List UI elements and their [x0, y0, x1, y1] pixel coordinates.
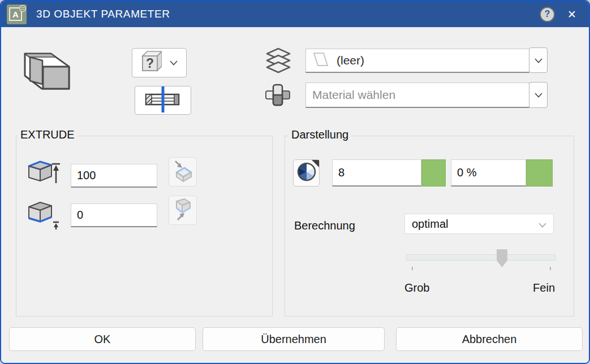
apply-button[interactable]: Übernehmen	[203, 327, 385, 351]
titlebar[interactable]: A 3D OBJEKT PARAMETER ? ✕	[1, 1, 589, 27]
section-profile-button[interactable]	[135, 86, 191, 115]
pick-top-arrow-icon	[172, 159, 193, 185]
svg-text:A: A	[12, 10, 19, 19]
chevron-down-icon	[535, 90, 542, 100]
object-preview-icon	[18, 48, 77, 97]
chevron-down-icon	[170, 58, 178, 68]
berechnung-select-value: optimal	[412, 218, 448, 231]
ok-button[interactable]: OK	[9, 327, 196, 351]
close-icon: ✕	[567, 8, 576, 21]
cancel-button[interactable]: Abbrechen	[396, 327, 583, 351]
pick-bottom-height-button[interactable]	[169, 196, 197, 225]
layers-icon	[266, 47, 291, 77]
slider-thumb[interactable]	[497, 249, 507, 267]
svg-text:?: ?	[145, 56, 153, 71]
pick-bottom-arrow-icon	[172, 197, 193, 223]
layer-combo-dropdown-button[interactable]	[529, 47, 548, 73]
slider-tick-left	[412, 267, 413, 270]
app-logo-icon: A	[7, 5, 27, 24]
pick-top-height-button[interactable]	[169, 157, 197, 187]
resolution-input[interactable]	[332, 159, 421, 187]
help-button[interactable]: ?	[540, 7, 555, 22]
color-swatch-1[interactable]	[421, 159, 446, 187]
layer-combo-value: (leer)	[337, 54, 364, 67]
extrude-bottom-height-icon	[27, 201, 60, 233]
material-combo[interactable]: Material wählen	[305, 83, 529, 108]
dialog-window: A 3D OBJEKT PARAMETER ? ✕	[0, 0, 590, 364]
material-combo-dropdown-button[interactable]	[529, 82, 548, 108]
extrude-group-label: EXTRUDE	[18, 128, 77, 141]
color-swatch-2[interactable]	[526, 159, 553, 187]
dialog-title: 3D OBJEKT PARAMETER	[36, 8, 170, 20]
layer-combo[interactable]: (leer)	[305, 49, 529, 73]
slider-track[interactable]	[406, 254, 555, 261]
slider-tick-right	[550, 267, 551, 270]
slider-left-label: Grob	[404, 281, 429, 294]
section-profile-icon	[144, 86, 182, 115]
slider-right-label: Fein	[533, 281, 555, 294]
quality-slider[interactable]	[406, 249, 555, 271]
layer-swatch-icon	[312, 51, 329, 70]
chevron-down-icon	[539, 218, 546, 231]
extrude-top-height-input[interactable]	[71, 164, 157, 188]
transparency-input[interactable]	[451, 159, 526, 187]
chevron-down-icon	[535, 55, 542, 66]
berechnung-label: Berechnung	[294, 219, 355, 232]
material-icon	[265, 84, 291, 109]
material-combo-placeholder: Material wählen	[312, 88, 395, 102]
flyout-corner-icon	[312, 160, 319, 167]
dialog-body: ?	[1, 27, 589, 363]
extrude-bottom-height-input[interactable]	[71, 203, 157, 227]
resolution-preset-button[interactable]	[293, 159, 320, 187]
question-icon: ?	[545, 10, 550, 19]
darstellung-group-label: Darstellung	[288, 128, 351, 141]
object-type-dropdown[interactable]: ?	[132, 48, 187, 77]
berechnung-select[interactable]: optimal	[404, 214, 554, 234]
cube-question-icon: ?	[141, 50, 162, 75]
extrude-top-height-icon	[27, 158, 60, 190]
close-button[interactable]: ✕	[555, 1, 589, 27]
